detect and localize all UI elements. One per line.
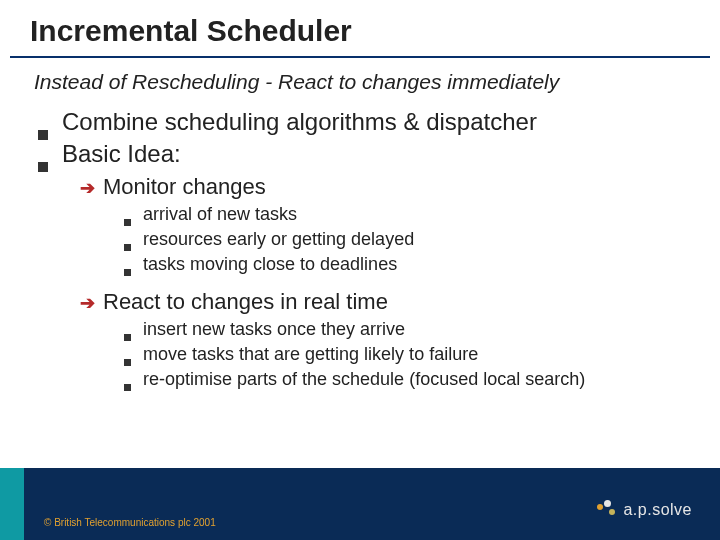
- bullet-level3: tasks moving close to deadlines: [124, 254, 690, 275]
- square-bullet-icon: [124, 219, 131, 226]
- logo-text: a.p.solve: [623, 501, 692, 519]
- bullet-level2: ➔ Monitor changes: [80, 174, 690, 200]
- bullet-text: React to changes in real time: [103, 289, 388, 315]
- slide: Incremental Scheduler Instead of Resched…: [0, 0, 720, 540]
- bullet-text: move tasks that are getting likely to fa…: [143, 344, 478, 365]
- bullet-level3: re-optimise parts of the schedule (focus…: [124, 369, 690, 390]
- arrow-right-icon: ➔: [80, 292, 95, 314]
- bullet-text: resources early or getting delayed: [143, 229, 414, 250]
- square-bullet-icon: [38, 162, 48, 172]
- slide-subtitle: Instead of Rescheduling - React to chang…: [34, 70, 559, 94]
- bullet-text: insert new tasks once they arrive: [143, 319, 405, 340]
- bullet-level2: ➔ React to changes in real time: [80, 289, 690, 315]
- bullet-text: re-optimise parts of the schedule (focus…: [143, 369, 585, 390]
- bullet-level3: move tasks that are getting likely to fa…: [124, 344, 690, 365]
- logo: a.p.solve: [597, 500, 692, 520]
- bullet-level3: resources early or getting delayed: [124, 229, 690, 250]
- square-bullet-icon: [38, 130, 48, 140]
- square-bullet-icon: [124, 269, 131, 276]
- bullet-text: tasks moving close to deadlines: [143, 254, 397, 275]
- slide-title: Incremental Scheduler: [30, 14, 352, 48]
- title-underline: [10, 56, 710, 58]
- bullet-text: arrival of new tasks: [143, 204, 297, 225]
- arrow-right-icon: ➔: [80, 177, 95, 199]
- square-bullet-icon: [124, 244, 131, 251]
- bullet-text: Basic Idea:: [62, 140, 181, 168]
- footer-bar: © British Telecommunications plc 2001 a.…: [0, 468, 720, 540]
- bullet-text: Monitor changes: [103, 174, 266, 200]
- square-bullet-icon: [124, 384, 131, 391]
- square-bullet-icon: [124, 334, 131, 341]
- logo-dots-icon: [597, 500, 617, 520]
- teal-stripe: [0, 468, 24, 540]
- square-bullet-icon: [124, 359, 131, 366]
- bullet-text: Combine scheduling algorithms & dispatch…: [62, 108, 537, 136]
- bullet-level3: arrival of new tasks: [124, 204, 690, 225]
- bullet-level3: insert new tasks once they arrive: [124, 319, 690, 340]
- slide-body: Combine scheduling algorithms & dispatch…: [38, 108, 690, 390]
- bullet-level1: Basic Idea:: [38, 140, 690, 168]
- bullet-level1: Combine scheduling algorithms & dispatch…: [38, 108, 690, 136]
- copyright-text: © British Telecommunications plc 2001: [44, 517, 216, 528]
